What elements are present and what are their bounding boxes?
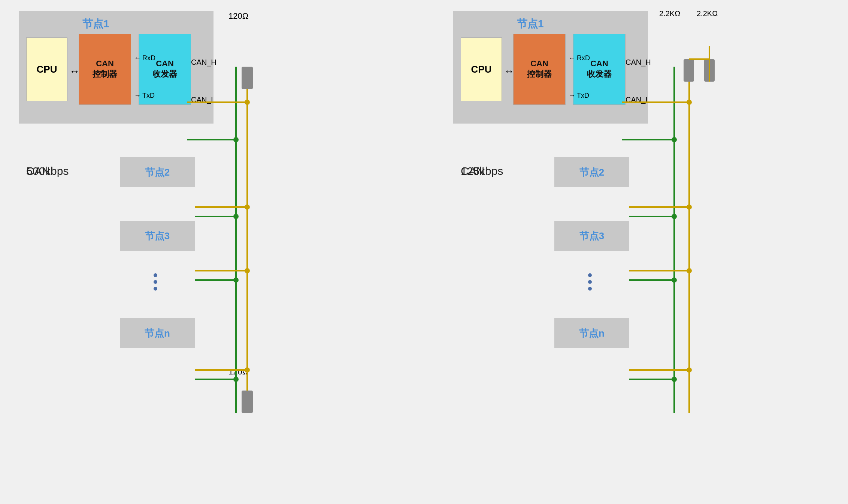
- right-resistor-top-label2: 2.2KΩ: [697, 9, 718, 18]
- right-node2-box: 节点2: [554, 157, 629, 187]
- right-canl-label: CAN_L: [626, 95, 649, 104]
- left-cpu-box: CPU: [26, 37, 67, 101]
- left-node2-box: 节点2: [120, 157, 195, 187]
- right-txd-label: TxD: [577, 92, 589, 100]
- right-speed-label2: 125kbps: [461, 165, 503, 177]
- left-diagram: 节点1 CPU ↔ CAN 控制器 CAN 收发器 ← RxD: [15, 7, 412, 497]
- left-dot3: [154, 287, 157, 291]
- svg-point-10: [245, 204, 250, 210]
- right-dot3: [588, 287, 592, 291]
- left-dot1: [154, 273, 157, 277]
- right-canh-label: CAN_H: [626, 58, 651, 67]
- left-can-ctrl-label1: CAN: [96, 59, 114, 69]
- right-can-ctrl-label2: 控制器: [527, 69, 552, 80]
- right-noden-label: 节点n: [579, 327, 605, 340]
- right-dots: [588, 273, 592, 291]
- svg-point-14: [245, 268, 250, 273]
- left-noden-box: 节点n: [120, 318, 195, 348]
- left-txd-group: → TxD: [134, 92, 155, 100]
- left-node1-box: 节点1 CPU ↔ CAN 控制器 CAN 收发器 ← RxD: [19, 11, 213, 124]
- left-rxd-group: ← RxD: [134, 54, 155, 62]
- svg-point-37: [672, 277, 677, 283]
- right-dot2: [588, 280, 592, 284]
- svg-rect-23: [704, 59, 715, 82]
- left-dots: [154, 273, 157, 291]
- right-double-arrow: ↔: [504, 66, 514, 78]
- right-cpu-label: CPU: [471, 64, 492, 75]
- left-canh-label: CAN_H: [191, 58, 216, 67]
- left-can-trans-label2: 收发器: [152, 69, 177, 80]
- svg-rect-2: [242, 67, 253, 89]
- left-can-trans-label1: CAN: [156, 59, 174, 69]
- left-speed-label2: 500kbps: [26, 165, 69, 177]
- left-node1-label: 节点1: [82, 17, 109, 31]
- left-rxd-label: RxD: [142, 54, 155, 62]
- svg-point-32: [687, 204, 692, 210]
- svg-point-28: [687, 100, 692, 105]
- right-can-ctrl-label1: CAN: [530, 59, 548, 69]
- right-cpu-box: CPU: [461, 37, 502, 101]
- svg-point-40: [687, 367, 692, 373]
- right-can-trans-label1: CAN: [590, 59, 608, 69]
- main-container: 节点1 CPU ↔ CAN 控制器 CAN 收发器 ← RxD: [0, 0, 848, 504]
- right-rxd-label: RxD: [577, 54, 590, 62]
- left-resistor-bot-label: 120Ω: [228, 367, 248, 377]
- right-can-trans-label2: 收发器: [587, 69, 612, 80]
- svg-point-6: [245, 100, 250, 105]
- left-can-ctrl-label2: 控制器: [93, 69, 117, 80]
- svg-point-33: [672, 214, 677, 219]
- left-resistor-top-label: 120Ω: [228, 11, 248, 21]
- left-can-ctrl: CAN 控制器: [79, 34, 131, 105]
- right-node1-label: 节点1: [517, 17, 544, 31]
- right-node3-label: 节点3: [579, 230, 604, 243]
- svg-point-11: [233, 214, 239, 219]
- svg-point-36: [687, 268, 692, 273]
- right-dot1: [588, 273, 592, 277]
- left-double-arrow: ↔: [69, 66, 80, 78]
- left-canl-label: CAN_L: [191, 95, 215, 104]
- right-resistor-top-label1: 2.2KΩ: [659, 9, 680, 18]
- right-node3-box: 节点3: [554, 221, 629, 251]
- left-node3-box: 节点3: [120, 221, 195, 251]
- left-cpu-label: CPU: [37, 64, 57, 75]
- svg-point-19: [233, 377, 239, 382]
- right-can-ctrl: CAN 控制器: [513, 34, 566, 105]
- right-noden-box: 节点n: [554, 318, 629, 348]
- right-node1-box: 节点1 CPU ↔ CAN 控制器 CAN 收发器 ← RxD: [453, 11, 648, 124]
- svg-point-7: [233, 137, 239, 142]
- svg-point-15: [233, 277, 239, 283]
- svg-rect-22: [684, 59, 694, 82]
- left-dot2: [154, 280, 157, 284]
- left-txd-label: TxD: [142, 92, 155, 100]
- left-node3-label: 节点3: [145, 230, 170, 243]
- svg-point-41: [672, 377, 677, 382]
- svg-point-29: [672, 137, 677, 142]
- svg-rect-3: [242, 391, 253, 413]
- right-rxd-group: ← RxD: [569, 54, 590, 62]
- right-diagram: 节点1 CPU ↔ CAN 控制器 CAN 收发器 ← RxD: [449, 7, 847, 497]
- left-noden-label: 节点n: [145, 327, 170, 340]
- left-node2-label: 节点2: [145, 166, 170, 179]
- right-node2-label: 节点2: [579, 166, 604, 179]
- right-txd-group: → TxD: [569, 92, 589, 100]
